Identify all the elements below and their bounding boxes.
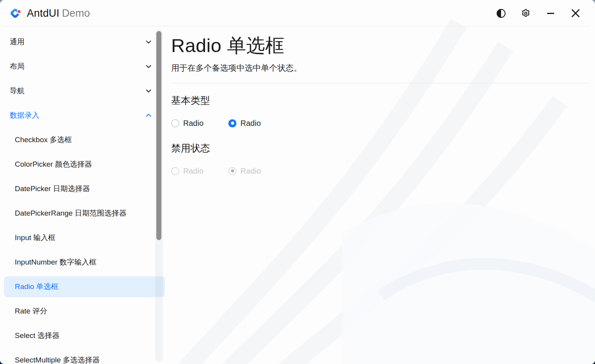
sidebar-item[interactable]: DatePickerRange 日期范围选择器 (0, 201, 165, 225)
sidebar-item-label: ColorPicker 颜色选择器 (15, 159, 92, 169)
sidebar-item[interactable]: ColorPicker 颜色选择器 (0, 152, 165, 176)
titlebar: AntdUI Demo (0, 0, 595, 26)
sidebar-scrollbar-track[interactable] (155, 30, 163, 362)
sidebar-item-label: InputNumber 数字输入框 (15, 257, 96, 267)
sidebar-item-label: 布局 (10, 61, 24, 71)
chevron-up-icon (145, 112, 152, 119)
sidebar-item-label: 导航 (10, 86, 24, 96)
sidebar-item[interactable]: InputNumber 数字输入框 (0, 250, 165, 274)
sidebar-item-label: Input 输入框 (15, 233, 56, 243)
sidebar-item[interactable]: Radio 单选框 (4, 276, 165, 297)
chevron-down-icon (145, 63, 152, 70)
section-title: 禁用状态 (171, 142, 595, 155)
sidebar-item-label: Select 选择器 (15, 331, 60, 341)
page-title: Radio 单选框 (171, 33, 595, 59)
window-controls (488, 4, 595, 22)
minimize-icon (546, 9, 555, 18)
radio-circle-icon (171, 167, 179, 175)
section-disabled: 禁用状态 Radio Radio (171, 142, 595, 176)
sidebar-item-label: 数据录入 (10, 110, 39, 120)
chevron-down-icon (145, 87, 152, 94)
page-description: 用于在多个备选项中选中单个状态。 (171, 63, 595, 73)
antdui-logo-icon (9, 7, 22, 20)
radio-circle-icon (171, 119, 179, 127)
radio-circle-icon (228, 119, 236, 127)
radio-label: Radio (240, 119, 261, 128)
sidebar-item-label: SelectMultiple 多选选择器 (15, 355, 100, 364)
main-content: Radio 单选框 用于在多个备选项中选中单个状态。 基本类型 Radio Ra… (171, 26, 595, 364)
brand: AntdUI Demo (0, 7, 90, 20)
section-title: 基本类型 (171, 94, 595, 107)
sidebar: 通用 布局 导航 数据录入 (0, 26, 165, 364)
sidebar-item-label: Radio 单选框 (15, 282, 58, 292)
sidebar-item[interactable]: Rate 评分 (0, 299, 165, 323)
sidebar-item[interactable]: SelectMultiple 多选选择器 (0, 348, 165, 364)
sidebar-item[interactable]: 通用 (0, 30, 165, 54)
sidebar-scrollbar-thumb[interactable] (156, 31, 161, 240)
radio-label: Radio (183, 119, 203, 128)
app-title: AntdUI Demo (27, 7, 90, 19)
close-button[interactable] (563, 4, 588, 22)
sidebar-item[interactable]: 布局 (0, 54, 165, 78)
theme-toggle-button[interactable] (488, 4, 513, 22)
radio-checked[interactable]: Radio (228, 119, 261, 128)
sidebar-item-label: Checkbox 多选框 (15, 135, 72, 145)
radio-group-basic: Radio Radio (171, 119, 595, 128)
sidebar-item[interactable]: 导航 (0, 78, 165, 103)
sidebar-item[interactable]: Checkbox 多选框 (0, 127, 165, 152)
sidebar-item-label: 通用 (10, 37, 24, 47)
sidebar-item-label: DatePicker 日期选择器 (15, 184, 90, 194)
sidebar-item-label: DatePickerRange 日期范围选择器 (15, 208, 126, 218)
radio-disabled-checked: Radio (228, 167, 261, 176)
sidebar-item[interactable]: 数据录入 (0, 103, 165, 127)
close-icon (570, 8, 581, 18)
app-window: AntdUI Demo (0, 0, 595, 364)
brand-name: AntdUI (27, 7, 60, 19)
sidebar-item[interactable]: Input 输入框 (0, 225, 165, 250)
chevron-down-icon (145, 38, 152, 45)
brand-suffix: Demo (62, 7, 90, 19)
radio-unchecked[interactable]: Radio (171, 119, 203, 128)
sidebar-item[interactable]: DatePicker 日期选择器 (0, 176, 165, 201)
minimize-button[interactable] (538, 4, 563, 22)
sidebar-item-label: Rate 评分 (15, 306, 47, 316)
radio-label: Radio (240, 167, 261, 176)
radio-group-disabled: Radio Radio (171, 167, 595, 176)
radio-circle-icon (228, 167, 236, 175)
contrast-icon (496, 9, 506, 18)
section-basic: 基本类型 Radio Radio (171, 94, 595, 128)
radio-disabled-unchecked: Radio (171, 167, 203, 176)
sidebar-item[interactable]: Select 选择器 (0, 323, 165, 348)
divider (171, 83, 589, 84)
gear-icon (521, 8, 531, 18)
radio-label: Radio (183, 167, 203, 176)
settings-button[interactable] (513, 4, 538, 22)
